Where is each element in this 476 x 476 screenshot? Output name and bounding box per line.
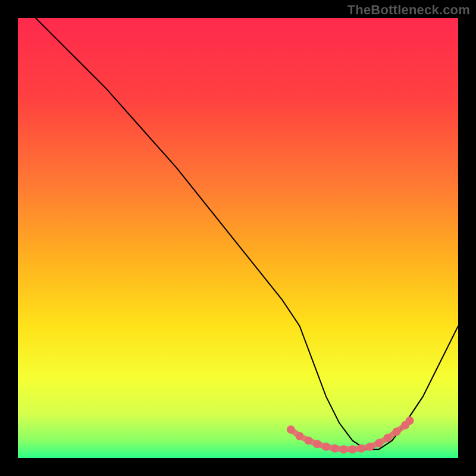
highlight-dot <box>357 444 365 453</box>
highlight-dot <box>366 443 374 451</box>
plot-background <box>18 18 458 458</box>
highlight-dot <box>287 425 295 434</box>
highlight-dot <box>340 445 348 453</box>
highlight-dot <box>304 436 312 444</box>
highlight-dot <box>322 443 330 451</box>
chart-canvas <box>0 0 476 476</box>
chart-frame: TheBottleneck.com <box>0 0 476 476</box>
highlight-dot <box>375 439 383 447</box>
highlight-dot <box>406 416 414 425</box>
highlight-dot <box>331 444 339 453</box>
highlight-dot <box>296 432 304 440</box>
highlight-dot <box>392 428 400 436</box>
highlight-dot <box>384 434 392 442</box>
highlight-dot <box>313 440 321 448</box>
watermark-label: TheBottleneck.com <box>347 2 470 18</box>
highlight-dot <box>348 445 356 453</box>
